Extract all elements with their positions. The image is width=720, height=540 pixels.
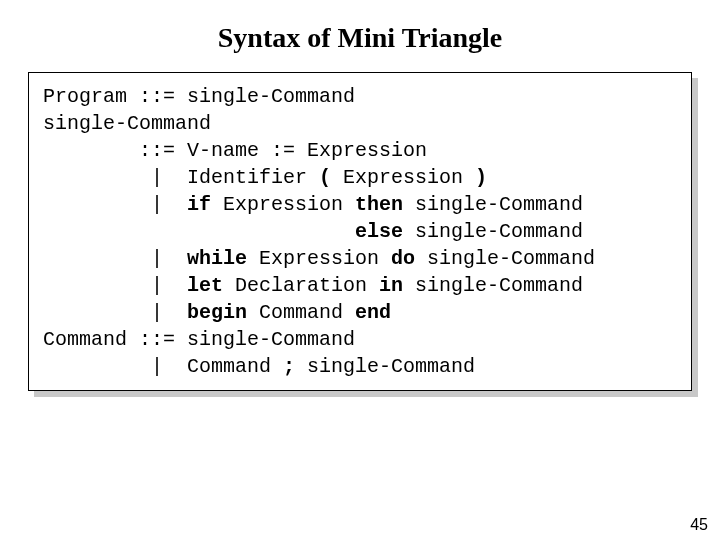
line-6-pre <box>43 220 355 243</box>
begin-keyword: begin <box>187 301 247 324</box>
line-4-mid: Expression <box>331 166 475 189</box>
let-keyword: let <box>187 274 223 297</box>
slide: Syntax of Mini Triangle Program ::= sing… <box>0 0 720 540</box>
lparen-keyword: ( <box>319 166 331 189</box>
then-keyword: then <box>355 193 403 216</box>
do-keyword: do <box>391 247 415 270</box>
line-7-post: single-Command <box>415 247 595 270</box>
line-5-pre: | <box>43 193 187 216</box>
while-keyword: while <box>187 247 247 270</box>
line-8-mid: Declaration <box>223 274 379 297</box>
line-7-pre: | <box>43 247 187 270</box>
end-keyword: end <box>355 301 391 324</box>
line-6-post: single-Command <box>403 220 583 243</box>
grammar-box: Program ::= single-Command single-Comman… <box>28 72 692 391</box>
semicolon-keyword: ; <box>283 355 295 378</box>
line-7-mid: Expression <box>247 247 391 270</box>
line-10: Command ::= single-Command <box>43 328 355 351</box>
line-9-pre: | <box>43 301 187 324</box>
page-number: 45 <box>690 516 708 534</box>
line-4-pre: | Identifier <box>43 166 319 189</box>
line-8-post: single-Command <box>403 274 583 297</box>
line-5-post: single-Command <box>403 193 583 216</box>
if-keyword: if <box>187 193 211 216</box>
line-9-mid: Command <box>247 301 355 324</box>
line-11-post: single-Command <box>295 355 475 378</box>
line-5-mid: Expression <box>211 193 355 216</box>
line-3: ::= V-name := Expression <box>43 139 427 162</box>
line-11-pre: | Command <box>43 355 283 378</box>
slide-title: Syntax of Mini Triangle <box>0 0 720 72</box>
else-keyword: else <box>355 220 403 243</box>
grammar-box-wrap: Program ::= single-Command single-Comman… <box>28 72 692 391</box>
line-2: single-Command <box>43 112 211 135</box>
line-8-pre: | <box>43 274 187 297</box>
rparen-keyword: ) <box>475 166 487 189</box>
line-1: Program ::= single-Command <box>43 85 355 108</box>
in-keyword: in <box>379 274 403 297</box>
grammar-text: Program ::= single-Command single-Comman… <box>43 83 677 380</box>
